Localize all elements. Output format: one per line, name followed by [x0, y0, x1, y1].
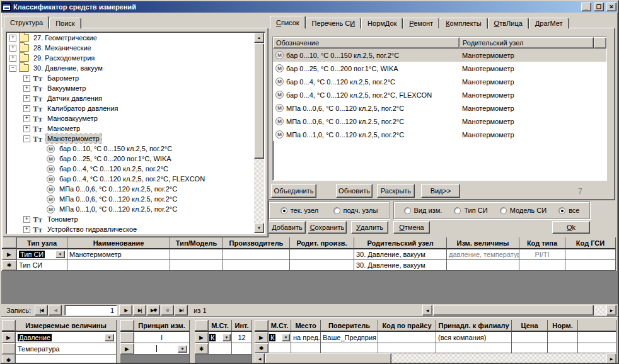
tree-scrollbar-thumb[interactable] [254, 43, 264, 159]
verification-h-scrollbar[interactable]: ◀ ▶ [255, 353, 616, 364]
cell-price-code[interactable] [378, 332, 436, 343]
dropdown-icon[interactable]: ▼ [178, 345, 187, 353]
tab-persons[interactable]: ОтвЛица [488, 18, 529, 29]
radio-vid-izm[interactable]: Вид изм. [404, 207, 443, 214]
tree-item[interactable]: Мбар 0...4, °C 0...120 кл.2,5, пог.2°C [7, 164, 254, 174]
tree-item[interactable]: Мбар 0...4, °C 0...120 кл.2,5, пог.2°C, … [7, 174, 254, 184]
radio-tip-si[interactable]: Тип СИ [454, 207, 487, 214]
col-name[interactable]: Наименование [67, 237, 170, 249]
radio-icon[interactable] [454, 207, 461, 214]
cell-new[interactable] [548, 343, 578, 353]
radio-icon[interactable] [500, 207, 507, 214]
tree-item[interactable]: +ТтМанометр [7, 123, 254, 134]
collapse-minus-icon[interactable]: − [9, 65, 16, 72]
tree-item[interactable]: +ТтБарометр [7, 73, 254, 83]
cell-gsi-code[interactable] [565, 260, 616, 271]
cancel-record-icon[interactable]: ⊗ [161, 305, 174, 316]
last-record-icon[interactable]: ▶| [133, 305, 146, 316]
cell-price[interactable] [512, 332, 548, 343]
list-row[interactable]: ММПа 0...0,6, °C 0...120 кл.2.5, пог.2°C… [273, 115, 606, 128]
list-row[interactable]: ММПа 0...0,6, °C 0...120 кл.2,5, пог.2°C… [273, 101, 606, 115]
cell-node-type[interactable]: Тип СИ [17, 260, 67, 271]
radio-all[interactable]: все [558, 207, 579, 214]
current-record-icon[interactable]: ▶ [120, 343, 134, 355]
tree-item[interactable]: +28. Механические [7, 43, 254, 53]
expand-plus-icon[interactable]: + [23, 95, 30, 102]
col-principle[interactable]: Принцип изм. [134, 320, 190, 332]
current-record-icon[interactable]: ▶ [255, 332, 269, 343]
prev-record-icon[interactable]: ◀ [49, 305, 62, 316]
tree-item[interactable]: +ТтМановакууметр [7, 113, 254, 123]
cell-mst-new[interactable] [209, 343, 232, 355]
col-type-code[interactable]: Код типа [519, 237, 565, 249]
radio-model-si[interactable]: Модель СИ [500, 207, 547, 214]
cell-new[interactable] [378, 343, 436, 353]
maximize-icon[interactable]: ❐ [594, 3, 604, 11]
cell-type-code[interactable]: PI/TI [519, 249, 565, 260]
expand-plus-icon[interactable]: + [9, 45, 16, 52]
radio-icon[interactable] [281, 207, 287, 214]
col-parent-manufacturer[interactable]: Родит. произв. [290, 237, 354, 249]
expand-plus-icon[interactable]: + [9, 35, 16, 42]
cell-parent-manufacturer[interactable] [290, 260, 354, 271]
cell-node-type-combo[interactable]: Тип СИ▼ [17, 249, 67, 260]
tree-item[interactable]: ММПа 0...0,6, °C 0...120 кл.2,5, пог.2°C [7, 184, 254, 194]
cell-quantities[interactable] [447, 260, 519, 271]
col-norm[interactable]: Норм. [548, 320, 578, 332]
tree-item[interactable]: +ТтВакуумметр [7, 83, 254, 93]
cell-manufacturer[interactable] [223, 260, 290, 271]
h-scrollbar-thumb[interactable] [265, 353, 391, 364]
datasheet-h-scrollbar[interactable]: ◀ ▶ [422, 305, 616, 316]
cell-type-model[interactable] [170, 260, 223, 271]
current-record-icon[interactable]: ▶ [2, 332, 16, 343]
cell-manufacturer[interactable] [223, 249, 290, 260]
tree-scrollbar[interactable]: ▲ ▼ [254, 33, 264, 233]
col-type-model[interactable]: Тип/Модель [170, 237, 223, 249]
expand-button[interactable]: Раскрыть [377, 184, 415, 198]
h-scrollbar-thumb[interactable] [433, 305, 594, 316]
new-record-icon[interactable]: ▶✱ [147, 305, 160, 316]
tree-item[interactable]: ММПа 0...1,0, °C 0...120 кл.2,5, пог.2°C [7, 204, 254, 214]
tree-item[interactable]: −30. Давление, вакуум [7, 63, 254, 73]
current-record-icon[interactable]: ▶ [2, 249, 17, 260]
cell-new[interactable] [512, 343, 548, 353]
dropdown-icon[interactable]: ▼ [105, 334, 114, 341]
minimize-icon[interactable]: _ [581, 3, 591, 11]
tree-item-selected[interactable]: −ТтМанотермометр [7, 134, 254, 144]
col-mst[interactable]: М.Ст. [269, 320, 291, 332]
column-header-designation[interactable]: Обозначение [273, 37, 460, 48]
tree-item[interactable]: Мбар 0...10, °C 0...150 кл.2,5, пог.2°C [7, 144, 254, 154]
goto-record-icon[interactable]: ▶! [175, 305, 188, 316]
dropdown-icon[interactable]: ▼ [282, 334, 290, 341]
list-row-selected[interactable]: Мбар 0...10, °C 0...150 кл.2,5, пог.2°CМ… [273, 48, 606, 62]
expand-plus-icon[interactable]: + [23, 85, 30, 92]
radio-icon[interactable] [558, 207, 565, 214]
cell-type-model[interactable] [170, 249, 223, 260]
cell-new[interactable] [291, 343, 321, 353]
tree-item[interactable]: +ТтУстройство гидравлическое [7, 224, 254, 233]
list-row[interactable]: Мбар 0...25, °C 0...200 пог.1°C, WIKAМан… [273, 62, 606, 75]
cell-gsi-code[interactable] [565, 249, 616, 260]
radio-icon[interactable] [333, 207, 340, 214]
list-row[interactable]: Мбар 0...4, °C 0...120 кл.2,5, пог.2°C, … [273, 88, 606, 101]
col-quantities[interactable]: Изм. величины [447, 237, 519, 249]
tab-si-list[interactable]: Перечень СИ [306, 18, 361, 29]
expand-plus-icon[interactable]: + [23, 125, 30, 132]
dropdown-icon[interactable]: ▼ [223, 334, 231, 341]
cell-new[interactable] [321, 343, 378, 353]
view-button[interactable]: Вид>> [421, 184, 460, 198]
expand-plus-icon[interactable]: + [23, 105, 30, 112]
add-button[interactable]: Добавить [269, 221, 306, 234]
new-record-icon[interactable]: ✱ [2, 355, 16, 364]
cell-name[interactable]: Манотермометр [67, 249, 170, 260]
cell-new[interactable] [436, 343, 512, 353]
tree-item[interactable]: +27. Геометрические [7, 33, 254, 43]
cell-mst-combo[interactable]: К▼ [269, 332, 291, 343]
tab-normdoc[interactable]: НормДок [361, 18, 403, 29]
tree-item[interactable]: +29. Расходометрия [7, 53, 254, 63]
row-selector[interactable] [2, 343, 16, 355]
cell-principle[interactable]: I [134, 332, 190, 343]
col-place[interactable]: Место [291, 320, 321, 332]
new-record-icon[interactable]: ✱ [2, 260, 17, 271]
col-price[interactable]: Цена [512, 320, 548, 332]
